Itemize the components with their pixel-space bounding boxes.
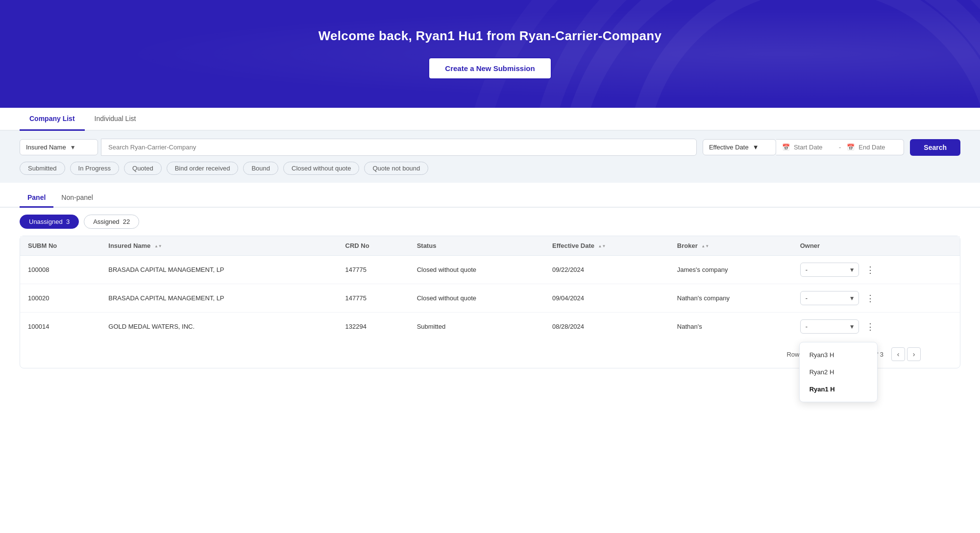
cell-owner: - ▼ ⋮ Ryan3 H Ryan2 H Ryan1 H	[792, 313, 960, 341]
cell-status: Closed without quote	[409, 284, 544, 313]
col-broker: Broker ▲▼	[669, 236, 792, 256]
owner-dropdown-row2[interactable]: -	[800, 319, 859, 334]
start-date-input[interactable]	[794, 144, 833, 151]
three-dot-wrapper-row2: ⋮ Ryan3 H Ryan2 H Ryan1 H	[863, 320, 878, 333]
top-tabs-bar: Company List Individual List	[0, 108, 980, 131]
owner-select-wrapper-row0: - ▼	[800, 263, 859, 277]
filter-tag-bind-order-received[interactable]: Bind order received	[167, 162, 239, 175]
owner-cell-row1: - ▼ ⋮	[800, 291, 952, 305]
tab-individual-list[interactable]: Individual List	[85, 108, 146, 131]
cell-owner: - ▼ ⋮	[792, 284, 960, 313]
filter-area: Insured Name ▼ Effective Date ▼ 📅 - 📅	[0, 131, 980, 183]
date-separator: -	[839, 144, 841, 151]
cell-insured-name: GOLD MEDAL WATERS, INC.	[100, 313, 337, 341]
calendar-end-icon: 📅	[847, 144, 855, 151]
col-owner: Owner	[792, 236, 960, 256]
cell-subm-no: 100014	[20, 313, 100, 341]
date-group: Effective Date ▼ 📅 - 📅	[703, 139, 904, 155]
table-header-row: SUBM No Insured Name ▲▼ CRD No Status Ef…	[20, 236, 960, 256]
cell-effective-date: 08/28/2024	[544, 313, 669, 341]
broker-sort-icon[interactable]: ▲▼	[701, 244, 709, 248]
tab-non-panel[interactable]: Non-panel	[53, 189, 101, 208]
owner-dropdown-row0[interactable]: -	[800, 263, 859, 277]
cell-crd-no: 132294	[338, 313, 409, 341]
col-crd-no: CRD No	[338, 236, 409, 256]
end-date-input[interactable]	[858, 144, 898, 151]
assign-pill-unassigned[interactable]: Unassigned 3	[20, 215, 79, 229]
cell-crd-no: 147775	[338, 284, 409, 313]
filter-tag-quoted[interactable]: Quoted	[124, 162, 162, 175]
cell-status: Closed without quote	[409, 256, 544, 284]
three-dot-menu-row2[interactable]: ⋮	[863, 320, 878, 333]
owner-select-wrapper-row2: - ▼	[800, 319, 859, 334]
search-text-input[interactable]	[101, 139, 697, 156]
insured-name-chevron-icon: ▼	[70, 144, 76, 151]
pagination-next-button[interactable]: ›	[907, 347, 921, 361]
owner-dropdown-row1[interactable]: -	[800, 291, 859, 305]
col-subm-no: SUBM No	[20, 236, 100, 256]
cell-owner: - ▼ ⋮	[792, 256, 960, 284]
assigned-count: 22	[123, 218, 130, 225]
pagination-arrows: ‹ ›	[891, 347, 921, 361]
cell-effective-date: 09/04/2024	[544, 284, 669, 313]
cell-broker: Nathan's	[669, 313, 792, 341]
cell-subm-no: 100020	[20, 284, 100, 313]
cell-insured-name: BRASADA CAPITAL MANAGEMENT, LP	[100, 256, 337, 284]
table-row: 100008 BRASADA CAPITAL MANAGEMENT, LP 14…	[20, 256, 960, 284]
unassigned-count: 3	[66, 218, 70, 225]
cell-effective-date: 09/22/2024	[544, 256, 669, 284]
filter-tag-submitted[interactable]: Submitted	[20, 162, 65, 175]
col-status: Status	[409, 236, 544, 256]
col-effective-date: Effective Date ▲▼	[544, 236, 669, 256]
hero-title: Welcome back, Ryan1 Hu1 from Ryan-Carrie…	[318, 28, 662, 44]
cell-broker: Nathan's company	[669, 284, 792, 313]
tab-company-list[interactable]: Company List	[20, 108, 85, 131]
popup-item-ryan1h[interactable]: Ryan1 H	[800, 381, 877, 398]
hero-banner: Welcome back, Ryan1 Hu1 from Ryan-Carrie…	[0, 0, 980, 108]
filter-tag-closed-without-quote[interactable]: Closed without quote	[283, 162, 359, 175]
insured-name-sort-icon[interactable]: ▲▼	[154, 244, 162, 248]
three-dot-menu-row0[interactable]: ⋮	[863, 264, 878, 276]
cell-crd-no: 147775	[338, 256, 409, 284]
create-submission-button[interactable]: Create a New Submission	[428, 57, 551, 79]
submissions-table: SUBM No Insured Name ▲▼ CRD No Status Ef…	[20, 236, 960, 340]
search-button[interactable]: Search	[910, 139, 960, 156]
table-row: 100020 BRASADA CAPITAL MANAGEMENT, LP 14…	[20, 284, 960, 313]
effective-date-chevron-icon: ▼	[753, 144, 759, 151]
unassigned-label: Unassigned	[29, 218, 63, 225]
cell-subm-no: 100008	[20, 256, 100, 284]
popup-item-ryan2h[interactable]: Ryan2 H	[800, 363, 877, 381]
effective-date-sort-icon[interactable]: ▲▼	[598, 244, 606, 248]
filter-tag-in-progress[interactable]: In Progress	[70, 162, 119, 175]
effective-date-select[interactable]: Effective Date ▼	[703, 139, 776, 155]
insured-name-label: Insured Name	[26, 144, 66, 151]
tab-panel[interactable]: Panel	[20, 189, 53, 208]
cell-status: Submitted	[409, 313, 544, 341]
effective-date-label: Effective Date	[709, 144, 749, 151]
cell-broker: James's company	[669, 256, 792, 284]
owner-select-wrapper-row1: - ▼	[800, 291, 859, 305]
cell-insured-name: BRASADA CAPITAL MANAGEMENT, LP	[100, 284, 337, 313]
assign-row: Unassigned 3 Assigned 22	[0, 208, 980, 236]
date-input-group: 📅 - 📅	[776, 139, 904, 155]
assign-pill-assigned[interactable]: Assigned 22	[84, 215, 139, 229]
main-content: Company List Individual List Insured Nam…	[0, 108, 980, 533]
owner-dropdown-popup: Ryan3 H Ryan2 H Ryan1 H	[799, 342, 878, 402]
calendar-start-icon: 📅	[782, 144, 790, 151]
three-dot-menu-row1[interactable]: ⋮	[863, 292, 878, 305]
filter-tags: Submitted In Progress Quoted Bind order …	[20, 162, 960, 175]
filter-row-1: Insured Name ▼ Effective Date ▼ 📅 - 📅	[20, 139, 960, 156]
submissions-table-container: SUBM No Insured Name ▲▼ CRD No Status Ef…	[20, 236, 960, 368]
panel-tabs-bar: Panel Non-panel	[0, 183, 980, 208]
owner-cell-row0: - ▼ ⋮	[800, 263, 952, 277]
hero-arc1	[529, 0, 980, 108]
col-insured-name: Insured Name ▲▼	[100, 236, 337, 256]
filter-tag-bound[interactable]: Bound	[243, 162, 278, 175]
insured-name-select[interactable]: Insured Name ▼	[20, 139, 98, 155]
assigned-label: Assigned	[93, 218, 119, 225]
popup-item-ryan3h[interactable]: Ryan3 H	[800, 346, 877, 363]
pagination-prev-button[interactable]: ‹	[891, 347, 905, 361]
filter-tag-quote-not-bound[interactable]: Quote not bound	[364, 162, 428, 175]
owner-cell-row2: - ▼ ⋮ Ryan3 H Ryan2 H Ryan1 H	[800, 319, 952, 334]
hero-arc2	[461, 0, 980, 108]
